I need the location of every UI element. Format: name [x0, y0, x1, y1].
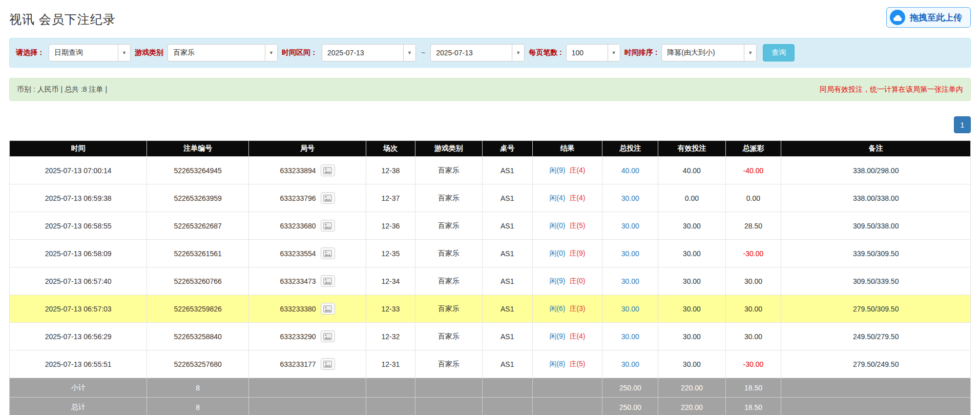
cell-round-id: 633233177 — [249, 350, 366, 378]
date-to-value: 2025-07-13 — [431, 45, 512, 61]
cell-payout: -40.00 — [725, 157, 781, 184]
cell-bet-id: 522653261561 — [147, 240, 249, 267]
cell-total-bet[interactable]: 30.00 — [602, 295, 658, 323]
cell-result: 闲(6) 庄(3) — [532, 295, 602, 323]
cell-valid-bet: 0.00 — [658, 184, 725, 212]
cell-payout: -30.00 — [725, 350, 781, 378]
subtotal-empty — [366, 378, 415, 398]
round-id-text: 633233796 — [280, 194, 316, 202]
cell-game-type: 百家乐 — [415, 240, 482, 267]
column-header: 结果 — [532, 141, 602, 157]
result-player: 闲(0) — [549, 249, 565, 257]
total-empty — [366, 398, 415, 415]
sort-label: 时间排序 : — [624, 48, 658, 57]
total-total-bet: 250.00 — [602, 398, 658, 415]
round-snapshot-icon[interactable] — [321, 275, 335, 287]
round-snapshot-icon[interactable] — [321, 247, 335, 259]
date-from-value: 2025-07-13 — [322, 45, 403, 61]
round-id-text: 633233177 — [280, 360, 316, 368]
cell-total-bet[interactable]: 30.00 — [602, 350, 658, 378]
date-from-select[interactable]: 2025-07-13 ▼ — [322, 44, 416, 61]
round-snapshot-icon[interactable] — [321, 330, 335, 342]
cell-bet-id: 522653257680 — [147, 350, 249, 378]
subtotal-payout: 18.50 — [725, 378, 781, 398]
chevron-down-icon: ▼ — [265, 45, 277, 61]
cell-game-type: 百家乐 — [415, 157, 482, 184]
cell-valid-bet: 30.00 — [658, 295, 725, 323]
table-row: 2025-07-13 06:57:40 522653260766 6332334… — [10, 267, 971, 295]
result-banker: 庄(5) — [569, 360, 585, 368]
round-snapshot-icon[interactable] — [321, 220, 335, 232]
cell-total-bet[interactable]: 30.00 — [602, 240, 658, 267]
query-type-select[interactable]: 日期查询 ▼ — [49, 44, 131, 61]
cell-table-no: AS1 — [482, 212, 532, 240]
cell-total-bet[interactable]: 30.00 — [602, 212, 658, 240]
cell-payout: 30.00 — [725, 323, 781, 350]
cell-session: 12-32 — [366, 323, 415, 350]
cell-bet-id: 522653262687 — [147, 212, 249, 240]
pagination-page-1[interactable]: 1 — [954, 116, 971, 133]
table-row: 2025-07-13 07:00:14 522653264945 6332338… — [10, 157, 971, 184]
subtotal-valid-bet: 220.00 — [658, 378, 725, 398]
cell-round-id: 633233894 — [249, 157, 366, 184]
cell-total-bet[interactable]: 30.00 — [602, 267, 658, 295]
cell-session: 12-31 — [366, 350, 415, 378]
cell-total-bet[interactable]: 40.00 — [602, 157, 658, 184]
total-count: 8 — [147, 398, 249, 415]
round-snapshot-icon[interactable] — [321, 192, 335, 204]
total-valid-bet: 220.00 — [658, 398, 725, 415]
cell-session: 12-35 — [366, 240, 415, 267]
column-header: 场次 — [366, 141, 415, 157]
table-row: 2025-07-13 06:57:03 522653259826 6332333… — [10, 295, 971, 323]
cell-time: 2025-07-13 06:56:29 — [10, 323, 147, 350]
subtotal-label: 小计 — [10, 378, 147, 398]
cell-note: 309.50/338.00 — [781, 212, 971, 240]
cell-time: 2025-07-13 06:58:55 — [10, 212, 147, 240]
search-button[interactable]: 查询 — [763, 44, 795, 61]
cell-note: 339.50/309.50 — [781, 240, 971, 267]
cell-payout: 30.00 — [725, 295, 781, 323]
cell-bet-id: 522653259826 — [147, 295, 249, 323]
sort-select[interactable]: 降冪(由大到小) ▼ — [661, 44, 757, 61]
cell-session: 12-33 — [366, 295, 415, 323]
total-empty — [532, 398, 602, 415]
game-type-label: 游戏类别 — [135, 48, 163, 57]
date-to-select[interactable]: 2025-07-13 ▼ — [430, 44, 525, 61]
cell-time: 2025-07-13 06:59:38 — [10, 184, 147, 212]
round-snapshot-icon[interactable] — [321, 164, 335, 176]
date-range-separator: ~ — [420, 49, 426, 57]
cell-session: 12-34 — [366, 267, 415, 295]
round-snapshot-icon[interactable] — [321, 358, 335, 370]
cell-result: 闲(9) 庄(4) — [532, 323, 602, 350]
cell-total-bet[interactable]: 30.00 — [602, 323, 658, 350]
column-header: 时间 — [10, 141, 147, 157]
upload-dropzone[interactable]: 拖拽至此上传 — [886, 7, 971, 28]
column-header: 备注 — [781, 141, 971, 157]
game-type-select[interactable]: 百家乐 ▼ — [168, 44, 278, 61]
subtotal-row: 小计 8 250.00 220.00 18.50 — [10, 378, 971, 398]
cell-table-no: AS1 — [482, 267, 532, 295]
total-label: 总计 — [10, 398, 147, 415]
cell-session: 12-36 — [366, 212, 415, 240]
cell-table-no: AS1 — [482, 295, 532, 323]
column-header: 游戏类别 — [415, 141, 482, 157]
cell-payout: 28.50 — [725, 212, 781, 240]
column-header: 局号 — [249, 141, 366, 157]
page-size-label: 每页笔数 : — [529, 48, 562, 57]
subtotal-empty — [781, 378, 971, 398]
round-snapshot-icon[interactable] — [321, 303, 335, 315]
table-row: 2025-07-13 06:59:38 522653263959 6332337… — [10, 184, 971, 212]
page-size-value: 100 — [567, 45, 608, 61]
cell-result: 闲(9) 庄(0) — [532, 267, 602, 295]
result-banker: 庄(4) — [569, 332, 585, 340]
result-player: 闲(4) — [549, 194, 565, 202]
upload-label: 拖拽至此上传 — [910, 12, 962, 24]
cell-total-bet[interactable]: 30.00 — [602, 184, 658, 212]
cell-result: 闲(0) 庄(9) — [532, 240, 602, 267]
summary-bar: 币别 : 人民币 | 总共 :8 注单 | 同局有效投注，统一计算在该局第一张注… — [9, 78, 971, 101]
cell-valid-bet: 30.00 — [658, 267, 725, 295]
chevron-down-icon: ▼ — [403, 45, 415, 61]
subtotal-empty — [415, 378, 482, 398]
cell-round-id: 633233680 — [249, 212, 366, 240]
page-size-select[interactable]: 100 ▼ — [566, 44, 620, 61]
